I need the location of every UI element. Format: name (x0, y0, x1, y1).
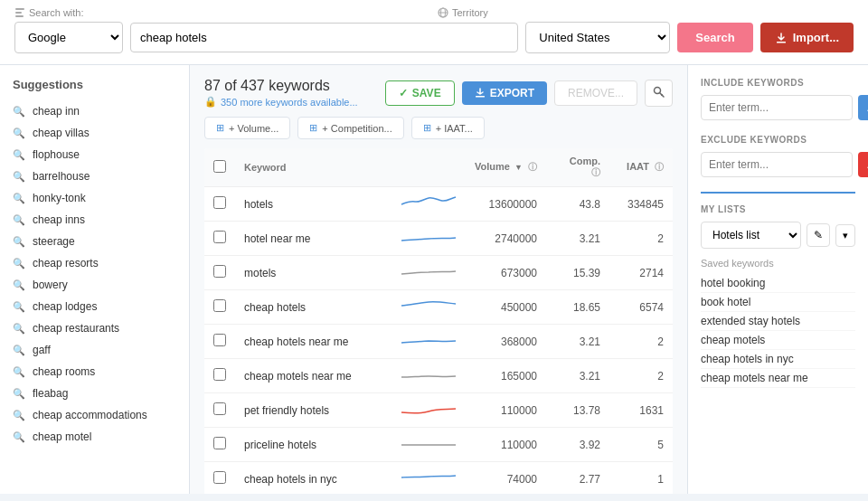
suggestion-item[interactable]: 🔍cheap inns (0, 209, 189, 231)
keyword-input[interactable] (130, 23, 518, 52)
trend-cell (392, 428, 465, 462)
iaat-cell: 1631 (609, 393, 673, 428)
exclude-title: EXCLUDE KEYWORDS (701, 135, 855, 145)
search-icon: 🔍 (13, 431, 25, 443)
suggestion-item[interactable]: 🔍fleabag (0, 383, 189, 404)
row-checkbox[interactable] (213, 231, 226, 243)
include-add-button[interactable]: Add (858, 95, 868, 120)
volume-cell: 368000 (465, 325, 546, 359)
col-keyword-header[interactable]: Keyword (235, 148, 392, 187)
saved-keyword-item[interactable]: book hotel (701, 293, 855, 312)
trend-cell (392, 256, 465, 290)
include-input-row: Add (701, 95, 855, 120)
svg-rect-1 (15, 12, 22, 14)
comp-cell: 43.8 (546, 187, 609, 222)
include-input[interactable] (701, 95, 853, 120)
export-icon (475, 88, 486, 99)
keyword-cell: priceline hotels (235, 428, 392, 462)
row-checkbox[interactable] (213, 265, 226, 278)
suggestion-item[interactable]: 🔍cheap restaurants (0, 317, 189, 339)
search-icon: 🔍 (13, 106, 25, 118)
col-volume-header[interactable]: Volume ▼ ⓘ (465, 148, 546, 187)
comp-cell: 3.21 (546, 222, 609, 256)
table-header: Keyword Volume ▼ ⓘ Comp. ⓘ IAAT ⓘ (204, 148, 673, 187)
iaat-info-icon[interactable]: ⓘ (655, 162, 664, 172)
table-row: hotels 13600000 43.8 334845 (204, 187, 673, 222)
exclude-input[interactable] (701, 152, 853, 177)
filter-volume-btn[interactable]: ⊞ + Volume... (204, 117, 290, 139)
row-checkbox[interactable] (213, 299, 226, 312)
volume-cell: 110000 (465, 428, 546, 462)
territory-select[interactable]: United States United Kingdom Canada (525, 22, 670, 53)
suggestion-item[interactable]: 🔍cheap motel (0, 426, 189, 448)
sparkline-chart (401, 468, 456, 487)
main-layout: Suggestions 🔍cheap inn🔍cheap villas🔍flop… (0, 65, 868, 494)
filter-competition-btn[interactable]: ⊞ + Competition... (297, 117, 403, 139)
suggestion-item[interactable]: 🔍gaff (0, 339, 189, 361)
saved-keyword-item[interactable]: cheap motels near me (701, 369, 855, 388)
suggestion-item[interactable]: 🔍flophouse (0, 144, 189, 165)
exclude-add-button[interactable]: Add (858, 152, 868, 177)
filter-icon-2: ⊞ (309, 122, 317, 134)
suggestion-item[interactable]: 🔍steerage (0, 231, 189, 252)
keywords-more[interactable]: 🔒 350 more keywords available... (204, 96, 358, 108)
search-engine-select[interactable]: Google Bing Yahoo (14, 22, 123, 53)
volume-cell: 450000 (465, 290, 546, 325)
iaat-cell: 2 (609, 325, 673, 359)
sparkline-chart (401, 365, 456, 383)
trend-cell (392, 187, 465, 222)
list-chevron-button[interactable]: ▾ (835, 224, 855, 247)
svg-rect-2 (15, 15, 24, 17)
saved-keyword-item[interactable]: hotel booking (701, 274, 855, 293)
suggestion-item[interactable]: 🔍cheap accommodations (0, 404, 189, 426)
list-select[interactable]: Hotels list (701, 222, 801, 249)
filter-iaat-btn[interactable]: ⊞ + IAAT... (411, 117, 485, 139)
suggestion-item[interactable]: 🔍cheap resorts (0, 252, 189, 274)
keyword-cell: hotel near me (235, 222, 392, 256)
search-button[interactable]: Search (677, 23, 752, 52)
suggestion-item[interactable]: 🔍bowery (0, 274, 189, 296)
row-checkbox[interactable] (213, 196, 226, 209)
suggestion-item[interactable]: 🔍barrelhouse (0, 165, 189, 187)
select-all-checkbox[interactable] (213, 160, 226, 173)
svg-rect-6 (777, 42, 786, 43)
comp-cell: 3.21 (546, 359, 609, 393)
col-comp-header: Comp. ⓘ (546, 148, 609, 187)
volume-info-icon[interactable]: ⓘ (528, 162, 537, 172)
save-button[interactable]: ✓ SAVE (385, 80, 455, 106)
table-row: pet friendly hotels 110000 13.78 1631 (204, 393, 673, 428)
row-checkbox[interactable] (213, 471, 226, 484)
comp-info-icon[interactable]: ⓘ (591, 167, 600, 177)
search-icon: 🔍 (13, 236, 25, 248)
export-button[interactable]: EXPORT (462, 81, 547, 105)
saved-keyword-item[interactable]: cheap motels (701, 331, 855, 350)
saved-keyword-item[interactable]: cheap hotels in nyc (701, 350, 855, 369)
volume-cell: 13600000 (465, 187, 546, 222)
remove-button[interactable]: REMOVE... (554, 80, 637, 106)
sparkline-chart (401, 194, 456, 212)
suggestion-item[interactable]: 🔍cheap inn (0, 100, 189, 122)
col-iaat-header: IAAT ⓘ (609, 148, 673, 187)
lock-icon: 🔒 (204, 96, 217, 108)
edit-list-button[interactable]: ✎ (807, 223, 830, 247)
saved-keyword-item[interactable]: extended stay hotels (701, 312, 855, 331)
comp-cell: 2.77 (546, 462, 609, 495)
row-checkbox[interactable] (213, 334, 226, 346)
search-with-label: Search with: (29, 7, 84, 18)
table-row: motels 673000 15.39 2714 (204, 256, 673, 290)
suggestion-item[interactable]: 🔍cheap rooms (0, 361, 189, 383)
svg-rect-0 (15, 8, 24, 10)
search-icon: 🔍 (13, 128, 25, 139)
row-checkbox[interactable] (213, 437, 226, 449)
row-checkbox[interactable] (213, 368, 226, 381)
suggestions-panel: Suggestions 🔍cheap inn🔍cheap villas🔍flop… (0, 65, 190, 494)
import-button[interactable]: Import... (760, 23, 854, 52)
saved-keywords-list: hotel bookingbook hotelextended stay hot… (701, 274, 855, 388)
suggestion-item[interactable]: 🔍honky-tonk (0, 187, 189, 209)
columns-button[interactable] (645, 80, 673, 107)
suggestion-item[interactable]: 🔍cheap lodges (0, 296, 189, 317)
filter-icon-3: ⊞ (423, 122, 431, 134)
iaat-cell: 2 (609, 359, 673, 393)
suggestion-item[interactable]: 🔍cheap villas (0, 122, 189, 144)
row-checkbox[interactable] (213, 402, 226, 415)
